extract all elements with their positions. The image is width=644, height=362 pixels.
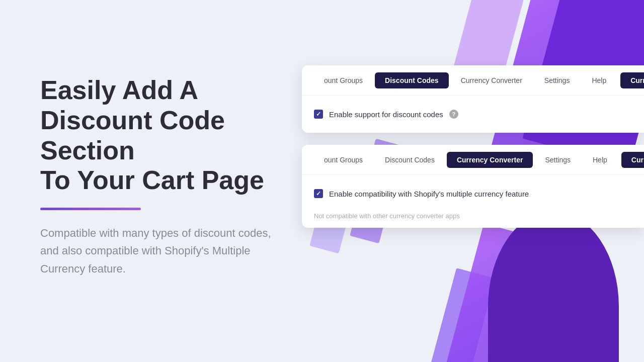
currency-note: Not compatible with other currency conve… — [302, 212, 644, 228]
currency-compat-checkbox[interactable] — [314, 189, 323, 198]
panel-top-nav: ount Groups Discount Codes Currency Conv… — [302, 65, 644, 96]
nav-item-discount-codes-bottom[interactable]: Discount Codes — [375, 152, 445, 168]
help-icon-discount[interactable]: ? — [449, 110, 458, 119]
panel-currency-converter: ount Groups Discount Codes Currency Conv… — [302, 145, 644, 228]
ui-panels-container: ount Groups Discount Codes Currency Conv… — [302, 65, 644, 240]
subtext: Compatible with many types of discount c… — [40, 224, 272, 278]
shape-bl1 — [445, 223, 561, 362]
panel-top-content: Enable support for discount codes ? — [302, 96, 644, 133]
nav-item-settings-top[interactable]: Settings — [534, 72, 580, 88]
nav-item-currency-converter-bottom[interactable]: Currency Converter — [447, 152, 533, 168]
discount-codes-checkbox[interactable] — [314, 110, 323, 119]
nav-item-discount-groups-top[interactable]: ount Groups — [314, 72, 373, 88]
main-heading: Easily Add A Discount Code Section To Yo… — [40, 75, 312, 196]
cta-button-top[interactable]: Curr — [620, 72, 644, 88]
nav-item-discount-groups-bottom[interactable]: ount Groups — [314, 152, 373, 168]
nav-item-currency-converter-top[interactable]: Currency Converter — [451, 72, 532, 88]
heading-underline — [40, 208, 141, 210]
cta-button-bottom[interactable]: Current Plan — [621, 152, 644, 168]
nav-item-help-top[interactable]: Help — [582, 72, 616, 88]
panel-discount-codes: ount Groups Discount Codes Currency Conv… — [302, 65, 644, 133]
shape-bl3 — [430, 268, 495, 362]
nav-item-discount-codes-top[interactable]: Discount Codes — [375, 72, 449, 88]
nav-item-help-bottom[interactable]: Help — [583, 152, 617, 168]
currency-compat-label: Enable compatibility with Shopify's mult… — [329, 190, 529, 198]
nav-item-settings-bottom[interactable]: Settings — [535, 152, 581, 168]
left-content-area: Easily Add A Discount Code Section To Yo… — [40, 75, 312, 278]
panel-bottom-nav: ount Groups Discount Codes Currency Conv… — [302, 145, 644, 175]
panel-bottom-content: Enable compatibility with Shopify's mult… — [302, 175, 644, 212]
discount-codes-label: Enable support for discount codes — [329, 110, 443, 119]
